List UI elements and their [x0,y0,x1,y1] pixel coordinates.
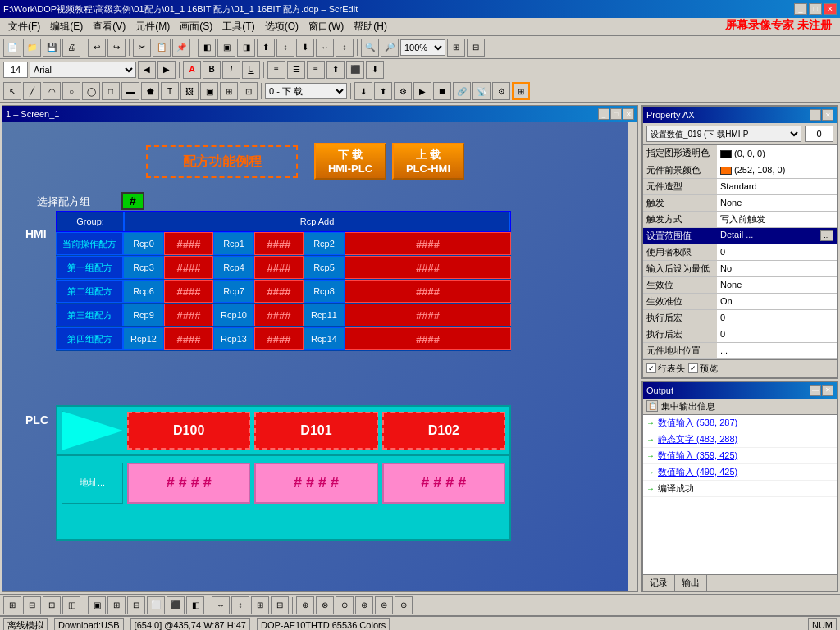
draw-scale[interactable]: ⊡ [240,82,258,100]
property-scroll[interactable]: 指定图形透明色(0, 0, 0)元件前景颜色(252, 108, 0)元件造型S… [643,145,837,359]
maximize-btn[interactable]: □ [809,3,822,15]
prop-value-cell[interactable]: Detail ...... [717,227,837,244]
tab-record[interactable]: 记录 [643,575,675,591]
simulate-btn[interactable]: ▶ [413,82,431,100]
monitor-btn[interactable]: ⊞ [512,82,530,100]
canvas-close[interactable]: ✕ [623,108,634,120]
stop-btn[interactable]: ⏹ [433,82,451,100]
cut-btn[interactable]: ✂ [133,39,151,57]
property-minimize[interactable]: — [810,109,821,121]
menu-edit[interactable]: 编辑(E) [45,18,88,35]
zoom-select[interactable]: 100% [400,39,445,56]
draw-circle[interactable]: ○ [62,82,80,100]
upload-btn[interactable]: ⬆ [374,82,392,100]
menu-view[interactable]: 查看(V) [88,18,130,35]
align-top[interactable]: ⬆ [257,39,275,57]
draw-arc[interactable]: ◠ [43,82,61,100]
component-value[interactable] [805,126,833,142]
draw-bitmap[interactable]: 🖼 [180,82,199,100]
bt11[interactable]: ↔ [212,596,230,614]
bt2[interactable]: ⊟ [23,596,41,614]
draw-ellipse[interactable]: ◯ [82,82,100,100]
bt4[interactable]: ◫ [62,596,80,614]
menu-screen[interactable]: 画面(S) [175,18,217,35]
bt5[interactable]: ▣ [88,596,106,614]
zoom-in[interactable]: 🔍 [361,39,379,57]
zoom-fit[interactable]: ⊞ [447,39,465,57]
paste-btn[interactable]: 📌 [172,39,190,57]
text-align-left[interactable]: ≡ [267,61,285,79]
canvas-area[interactable]: 配方功能例程 下 载HMI-PLC 上 载PLC-HMI 选择配方组 # HMI… [2,122,628,591]
italic-btn[interactable]: I [222,61,240,79]
close-btn[interactable]: ✕ [824,3,837,15]
underline-btn[interactable]: U [242,61,260,79]
zoom-out[interactable]: 🔎 [381,39,399,57]
download-select[interactable]: 0 - 下 载 [265,83,347,99]
draw-line[interactable]: ╱ [23,82,41,100]
text-valign-mid[interactable]: ⬛ [346,61,364,79]
draw-rect[interactable]: □ [102,82,120,100]
text-valign-bot[interactable]: ⬇ [366,61,384,79]
draw-group[interactable]: ▣ [200,82,218,100]
copy-btn[interactable]: 📋 [153,39,171,57]
menu-options[interactable]: 选项(O) [260,18,304,35]
output-header-icon[interactable]: 📋 [646,400,658,412]
bold-btn[interactable]: B [203,61,221,79]
align-center[interactable]: ▣ [217,39,235,57]
same-height[interactable]: ↕ [336,39,354,57]
text-align-center[interactable]: ☰ [287,61,305,79]
align-right[interactable]: ◨ [237,39,255,57]
text-align-right[interactable]: ≡ [307,61,325,79]
font-forward[interactable]: ▶ [158,61,176,79]
row-head-checkbox[interactable]: ✓ [646,363,656,373]
menu-file[interactable]: 文件(F) [3,18,45,35]
output-link[interactable]: 静态文字 (483, 288) [658,434,737,444]
font-backward[interactable]: ◀ [138,61,156,79]
font-family-select[interactable]: Arial [30,62,136,78]
property-close[interactable]: ✕ [822,109,833,121]
bt10[interactable]: ◧ [186,596,204,614]
output-link[interactable]: 数值输入 (538, 287) [658,418,737,427]
draw-fill[interactable]: ▬ [121,82,139,100]
output-link[interactable]: 数值输入 (359, 425) [658,450,737,460]
select-group-input[interactable]: # [121,192,144,210]
output-content[interactable]: →数值输入 (538, 287)→静态文字 (483, 288)→数值输入 (3… [643,415,837,575]
bt19[interactable]: ⊜ [375,596,393,614]
bt13[interactable]: ⊞ [251,596,269,614]
new-btn[interactable]: 📄 [3,39,21,57]
save-btn[interactable]: 💾 [43,39,61,57]
menu-tools[interactable]: 工具(T) [217,18,259,35]
menu-help[interactable]: 帮助(H) [349,18,392,35]
same-width[interactable]: ↔ [316,39,334,57]
tab-output[interactable]: 输出 [675,575,707,591]
draw-text[interactable]: T [161,82,179,100]
font-size-input[interactable] [3,62,28,78]
menu-window[interactable]: 窗口(W) [304,18,349,35]
canvas-scroll[interactable] [628,122,637,591]
bt20[interactable]: ⊝ [395,596,413,614]
output-link[interactable]: 数值输入 (490, 425) [658,467,737,477]
minimize-btn[interactable]: _ [794,3,807,15]
text-valign-top[interactable]: ⬆ [326,61,345,79]
bt18[interactable]: ⊛ [355,596,373,614]
undo-btn[interactable]: ↩ [88,39,106,57]
bt17[interactable]: ⊙ [336,596,354,614]
print-btn[interactable]: 🖨 [62,39,80,57]
output-close[interactable]: ✕ [822,385,833,396]
redo-btn[interactable]: ↪ [107,39,126,57]
bt16[interactable]: ⊗ [316,596,334,614]
download-btn[interactable]: ⬇ [354,82,372,100]
row-head-btn[interactable]: ✓ 行表头 [646,363,685,375]
bt1[interactable]: ⊞ [3,596,21,614]
download-hmi-plc-btn[interactable]: 下 载HMI-PLC [314,143,386,180]
compile-btn[interactable]: ⚙ [394,82,412,100]
menu-component[interactable]: 元件(M) [130,18,175,35]
align-middle[interactable]: ↕ [276,39,294,57]
output-minimize[interactable]: — [810,385,821,396]
bt12[interactable]: ↕ [231,596,249,614]
bt9[interactable]: ⬛ [167,596,185,614]
config-btn[interactable]: ⚙ [492,82,510,100]
offline-btn[interactable]: 📡 [472,82,491,100]
bt14[interactable]: ⊟ [271,596,289,614]
upload-plc-hmi-btn[interactable]: 上 载PLC-HMI [392,143,464,180]
